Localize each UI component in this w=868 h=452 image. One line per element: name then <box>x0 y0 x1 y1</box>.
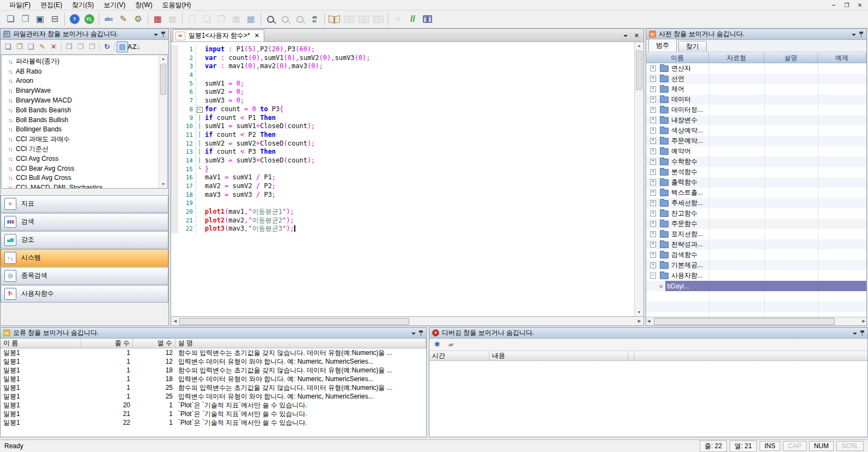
file-item[interactable]: ↑↓BinaryWave <box>2 86 167 95</box>
error-row[interactable]: 일봉1112입력변수 데이터 유형이 와야 합니다. 예: Numeric, N… <box>1 357 426 366</box>
error-column-4[interactable]: 설 명 <box>175 339 426 348</box>
scroll-down-icon[interactable]: ▼ <box>635 309 644 316</box>
grid-icon[interactable]: ▦ <box>244 12 258 27</box>
error-row[interactable]: 일봉1211`Plot`은 `기술적 지표`에서만 쓸 수 있습니다. <box>1 409 426 418</box>
debug-column-내용[interactable]: 내용 <box>489 351 628 360</box>
code-line[interactable]: 16maV1 = sumV1 / P1; <box>171 173 634 182</box>
tree-item[interactable]: +주문예약... <box>646 136 866 146</box>
error-row[interactable]: 일봉1118입력변수 데이터 유형이 와야 합니다. 예: Numeric, N… <box>1 375 426 383</box>
nav-button-지표[interactable]: ≈지표 <box>1 195 168 213</box>
nav-button-종목검색[interactable]: ◎종목검색 <box>1 267 168 285</box>
scroll-right-icon[interactable]: ▶ <box>636 317 643 324</box>
expand-icon[interactable]: + <box>650 86 656 92</box>
dictionary-header[interactable]: ▤ 사전 창을 보이거나 숨깁니다. <box>646 29 866 40</box>
new-folder-icon[interactable]: ❒ <box>63 41 75 52</box>
compile-icon[interactable]: ⚙ <box>131 12 145 27</box>
minimize-button[interactable]: – <box>830 2 837 8</box>
replace-icon[interactable]: abac <box>307 12 322 27</box>
column-header-예제[interactable]: 예제 <box>818 53 866 63</box>
code-line[interactable]: 17maV2 = sumV2 / P2; <box>171 182 634 191</box>
sort-az-icon[interactable]: AZ↓ <box>128 41 139 52</box>
comment-icon[interactable]: // <box>405 12 420 27</box>
options-toolbox-icon[interactable] <box>420 12 435 27</box>
nav-button-강조[interactable]: ▄▆강조 <box>1 231 168 249</box>
tree-item[interactable]: +연산자 <box>646 63 866 74</box>
file-item[interactable]: ↑↓Boll Bands Bullish <box>2 115 167 125</box>
new-file-icon[interactable]: ❏ <box>3 12 18 27</box>
chevron-down-icon[interactable] <box>852 34 856 38</box>
column-header-설명[interactable]: 설명 <box>764 53 818 63</box>
file-item[interactable]: ↑↓CCI 과매도 과매수 <box>2 134 167 144</box>
expand-icon[interactable]: + <box>650 231 656 237</box>
scrollbar-thumb[interactable] <box>636 51 642 90</box>
tree-item[interactable]: +제어 <box>646 84 866 94</box>
scroll-down-icon[interactable]: ▼ <box>159 180 167 188</box>
nav-button-사용자함수[interactable]: f≈사용자함수 <box>1 285 168 303</box>
file-item[interactable]: ↑↓CCI Bull Avg Cross <box>2 173 167 183</box>
expand-icon[interactable]: + <box>650 169 656 175</box>
expand-icon[interactable]: + <box>650 179 656 185</box>
scrollbar-thumb[interactable] <box>179 318 409 325</box>
expand-icon[interactable]: + <box>650 159 656 165</box>
expand-icon[interactable]: + <box>650 262 656 268</box>
dictionary-book-icon[interactable] <box>327 12 342 27</box>
print-icon[interactable]: ⊟ <box>47 12 62 27</box>
insert-chart-icon[interactable]: ▦ <box>150 12 165 27</box>
debug-column-시간[interactable]: 시간 <box>429 351 489 360</box>
expand-icon[interactable]: + <box>650 107 656 113</box>
open-icon[interactable]: ❐ <box>14 41 25 52</box>
column-header-자료형[interactable]: 자료형 <box>709 53 764 63</box>
file-manager-header[interactable]: ❏ 파일관리자 창을 보이거나 숨깁니다. <box>1 29 168 40</box>
verify-icon[interactable]: ✎ <box>116 12 131 27</box>
yes-language-icon[interactable]: YL <box>82 12 96 27</box>
code-line[interactable]: 7sumV3 = 0; <box>171 97 634 105</box>
code-line[interactable]: 8−for count = 0 to P3{ <box>171 105 634 114</box>
help-icon[interactable]: ? <box>67 12 82 27</box>
file-item[interactable]: ↑↓Bollinger Bands <box>2 125 167 135</box>
delete-icon[interactable]: ✕ <box>48 41 59 52</box>
code-line[interactable]: 5sumV1 = 0; <box>171 80 634 88</box>
tree-item[interactable]: +색상예약... <box>646 125 866 136</box>
tab-찾기[interactable]: 찾기 <box>678 41 707 52</box>
code-line[interactable]: 12│sumV2 = sumV2+CloseD(count); <box>171 140 634 148</box>
code-line[interactable]: 6sumV2 = 0; <box>171 88 634 97</box>
expand-icon[interactable]: + <box>650 128 656 134</box>
menu-item[interactable]: 보기(V) <box>99 0 130 10</box>
restore-button[interactable]: ❐ <box>843 2 851 8</box>
tab-bar-close-icon[interactable]: ✕ <box>634 32 639 39</box>
nav-button-시스템[interactable]: ↑↓시스템 <box>1 249 168 267</box>
file-item[interactable]: ↑↓CCI Bear Avg Cross <box>2 164 167 173</box>
file-item[interactable]: ↑↓CCI Avg Cross <box>2 154 167 164</box>
copy-icon[interactable]: ❑ <box>25 41 37 52</box>
new-icon[interactable]: ❏ <box>2 41 14 52</box>
tree-item-selected[interactable]: ≡bDayl... <box>646 281 866 291</box>
expand-icon[interactable]: + <box>650 252 656 258</box>
close-button[interactable]: ✕ <box>856 2 864 8</box>
tree-item[interactable]: +추세선함... <box>646 198 866 208</box>
file-item[interactable]: ↑↓BinaryWave MACD <box>2 95 167 105</box>
nav-button-검색[interactable]: ▮▮▮검색 <box>1 213 168 231</box>
dictionary-hscrollbar[interactable]: ◀ ▶ <box>646 317 866 326</box>
panel-splitter[interactable]: · · · · · <box>1 189 168 195</box>
tree-item[interactable]: +출력함수 <box>646 177 866 188</box>
tree-item[interactable]: +잔고함수 <box>646 208 866 219</box>
code-line[interactable]: 22plot3(mav3,"이동평균3"); <box>171 225 634 233</box>
tree-item[interactable]: +주문함수 <box>646 219 866 229</box>
view-list-icon[interactable]: ▤ <box>117 41 128 52</box>
scrollbar-thumb[interactable] <box>654 318 835 325</box>
menu-item[interactable]: 도움말(H) <box>157 0 196 10</box>
error-column-1[interactable]: 이 름 <box>1 339 81 348</box>
code-line[interactable]: 19 <box>171 199 634 208</box>
scroll-up-icon[interactable]: ▲ <box>159 55 167 63</box>
save-icon[interactable]: ▣ <box>33 12 47 27</box>
error-row[interactable]: 일봉1125입력변수 데이터 유형이 와야 합니다. 예: Numeric, N… <box>1 392 426 401</box>
tree-item[interactable]: +전략성과... <box>646 239 866 250</box>
tree-item[interactable]: +분석함수 <box>646 167 866 177</box>
tree-item[interactable]: +포지션함... <box>646 229 866 239</box>
tree-item[interactable]: −사용자함... <box>646 270 866 281</box>
editor-vscrollbar[interactable]: ▲ ▼ <box>634 42 644 316</box>
tab-close-icon[interactable]: ✕ <box>254 32 259 39</box>
expand-icon[interactable]: + <box>650 97 656 103</box>
code-line[interactable]: 13│if count < P3 Then <box>171 148 634 156</box>
open-file-icon[interactable]: ❐ <box>18 12 33 27</box>
